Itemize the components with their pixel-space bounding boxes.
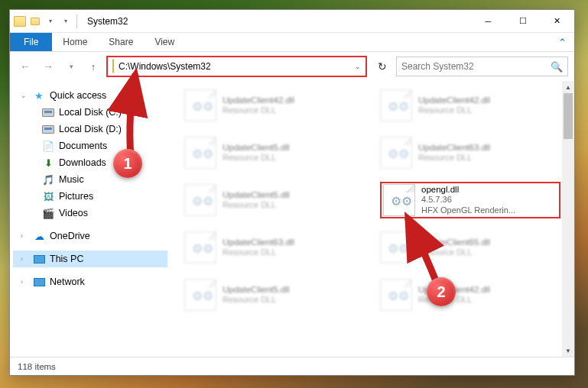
file-list-pane[interactable]: ⚙⚙UpdateClient42.dllResource DLL⚙⚙Update… (171, 81, 574, 357)
file-item[interactable]: ⚙⚙UpdateClient65.dllResource DLL (380, 229, 560, 266)
sidebar-item-local-disk-c[interactable]: Local Disk (C:) (13, 104, 167, 121)
file-item[interactable]: ⚙⚙opengl.dll4.5.7.36HFX OpenGL Renderin.… (380, 182, 560, 218)
file-item[interactable]: ⚙⚙UpdateClient63.dllResource DLL (380, 134, 560, 171)
body-area: ⌄★Quick access Local Disk (C:) Local Dis… (10, 81, 574, 357)
scroll-down-button[interactable]: ▼ (562, 344, 574, 357)
file-item[interactable]: ⚙⚙UpdateClient5.dllResource DLL (184, 182, 365, 218)
file-name: opengl.dll (421, 184, 515, 195)
dll-file-icon: ⚙⚙ (184, 137, 216, 169)
dll-file-icon: ⚙⚙ (380, 137, 412, 169)
music-icon: 🎵 (42, 173, 54, 186)
file-name: UpdateClient63.dll (418, 142, 490, 153)
file-meta: UpdateClient5.dllResource DLL (223, 189, 290, 211)
sidebar-item-label: Downloads (59, 157, 106, 168)
file-meta: UpdateClient63.dllResource DLL (223, 237, 294, 258)
sidebar-item-local-disk-d[interactable]: Local Disk (D:) (13, 121, 167, 137)
title-bar[interactable]: ▾ ▾ System32 ─ ☐ ✕ (10, 10, 574, 33)
sidebar-item-music[interactable]: 🎵Music (13, 171, 167, 188)
scroll-up-button[interactable]: ▲ (562, 81, 574, 93)
file-item[interactable]: ⚙⚙UpdateClient42.dllResource DLL (380, 276, 560, 313)
dll-file-icon: ⚙⚙ (184, 184, 216, 216)
refresh-button[interactable]: ↻ (373, 57, 391, 76)
sidebar-network[interactable]: ›Network (13, 273, 167, 290)
window-title: System32 (87, 16, 128, 27)
search-icon[interactable]: 🔍 (551, 61, 563, 73)
sidebar-item-label: OneDrive (50, 231, 90, 241)
dll-file-icon: ⚙⚙ (380, 231, 412, 264)
file-name: UpdateClient5.dll (223, 142, 290, 153)
sidebar-item-downloads[interactable]: ⬇Downloads (13, 154, 167, 171)
window-controls: ─ ☐ ✕ (471, 10, 574, 32)
close-button[interactable]: ✕ (540, 10, 574, 32)
sidebar-this-pc[interactable]: ›This PC (13, 251, 167, 267)
separator (76, 15, 77, 28)
file-item[interactable]: ⚙⚙UpdateClient5.dllResource DLL (184, 276, 365, 313)
file-name: UpdateClient5.dll (223, 189, 290, 200)
tab-share[interactable]: Share (98, 33, 144, 51)
vertical-scrollbar[interactable]: ▲ ▼ (562, 81, 574, 357)
status-bar: 118 items (10, 357, 574, 375)
sidebar-quick-access[interactable]: ⌄★Quick access (13, 87, 167, 104)
drive-icon (42, 106, 54, 118)
item-count: 118 items (18, 362, 56, 371)
file-subtitle: Resource DLL (223, 295, 290, 306)
navigation-pane[interactable]: ⌄★Quick access Local Disk (C:) Local Dis… (10, 81, 171, 357)
file-item[interactable]: ⚙⚙UpdateClient42.dllResource DLL (184, 87, 365, 124)
scroll-thumb[interactable] (564, 93, 573, 139)
file-meta: UpdateClient42.dllResource DLL (418, 284, 490, 306)
file-subtitle: 4.5.7.36 (421, 195, 515, 205)
file-subtitle: Resource DLL (223, 105, 294, 116)
file-item[interactable]: ⚙⚙UpdateClient5.dllResource DLL (184, 134, 365, 171)
sidebar-item-pictures[interactable]: 🖼Pictures (13, 188, 167, 205)
file-meta: UpdateClient65.dllResource DLL (418, 237, 490, 258)
sidebar-onedrive[interactable]: ›☁OneDrive (13, 228, 167, 244)
folder-icon (112, 60, 114, 73)
sidebar-item-label: Local Disk (D:) (59, 124, 122, 134)
forward-button[interactable]: → (39, 57, 57, 76)
file-item[interactable]: ⚙⚙UpdateClient42.dllResource DLL (380, 87, 560, 124)
cloud-icon: ☁ (33, 230, 45, 242)
tab-view[interactable]: View (144, 33, 185, 51)
tab-home[interactable]: Home (52, 33, 98, 51)
ribbon-help-icon[interactable]: ⌃ (551, 33, 574, 51)
dll-file-icon: ⚙⚙ (380, 279, 412, 311)
file-item[interactable]: ⚙⚙UpdateClient63.dllResource DLL (184, 229, 365, 266)
sidebar-item-label: Network (50, 276, 85, 287)
folder-small-icon[interactable] (28, 15, 42, 28)
minimize-button[interactable]: ─ (471, 10, 505, 32)
file-name: UpdateClient5.dll (223, 284, 290, 295)
address-path[interactable]: C:\Windows\System32 (117, 61, 352, 72)
search-input[interactable] (401, 61, 551, 72)
file-name: UpdateClient63.dll (223, 237, 294, 247)
pictures-icon: 🖼 (42, 190, 54, 202)
history-dropdown-icon[interactable]: ▾ (62, 57, 80, 76)
address-bar[interactable]: C:\Windows\System32 ⌄ (106, 56, 367, 77)
file-name: UpdateClient42.dll (418, 284, 490, 295)
address-dropdown-icon[interactable]: ⌄ (352, 63, 364, 70)
maximize-button[interactable]: ☐ (505, 10, 540, 32)
file-name: UpdateClient65.dll (418, 237, 490, 247)
file-subtitle: Resource DLL (223, 153, 290, 163)
file-meta: UpdateClient42.dllResource DLL (223, 95, 294, 116)
search-box[interactable]: 🔍 (396, 57, 568, 76)
qat-overflow-icon[interactable]: ▾ (59, 15, 73, 28)
file-subtitle: Resource DLL (418, 295, 490, 306)
file-tab[interactable]: File (10, 33, 52, 51)
sidebar-item-label: Pictures (59, 191, 93, 202)
qat-dropdown-icon[interactable]: ▾ (44, 15, 57, 28)
file-name: UpdateClient42.dll (223, 95, 294, 105)
sidebar-item-videos[interactable]: 🎬Videos (13, 205, 167, 221)
sidebar-item-documents[interactable]: 📄Documents (13, 137, 167, 154)
sidebar-item-label: This PC (50, 254, 83, 264)
file-subtitle: Resource DLL (223, 200, 290, 211)
ribbon-tabs: File Home Share View ⌃ (10, 33, 574, 52)
back-button[interactable]: ← (16, 57, 34, 76)
dll-file-icon: ⚙⚙ (184, 279, 216, 311)
quick-access-toolbar: ▾ ▾ (10, 15, 83, 28)
file-grid: ⚙⚙UpdateClient42.dllResource DLL⚙⚙Update… (184, 87, 560, 313)
sidebar-item-label: Music (59, 174, 84, 185)
file-meta: UpdateClient42.dllResource DLL (418, 95, 490, 116)
dll-file-icon: ⚙⚙ (184, 89, 216, 121)
file-meta: UpdateClient5.dllResource DLL (223, 284, 290, 306)
up-button[interactable]: ↑ (85, 58, 102, 75)
